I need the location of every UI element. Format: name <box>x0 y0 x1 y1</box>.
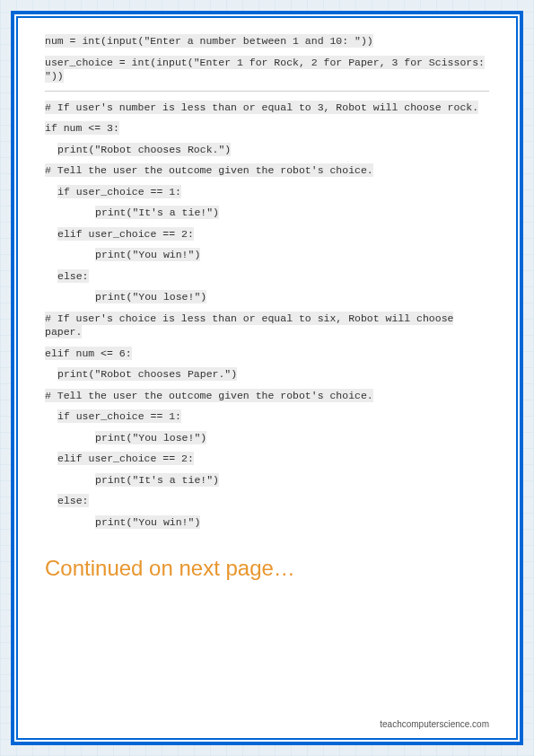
code-line: # If user's number is less than or equal… <box>45 101 478 114</box>
continued-heading: Continued on next page… <box>45 556 489 581</box>
code-line: user_choice = int(input("Enter 1 for Roc… <box>45 56 485 84</box>
footer-text: teachcomputerscience.com <box>380 719 489 729</box>
code-line: elif user_choice == 2: <box>57 452 194 465</box>
divider <box>45 91 489 92</box>
code-line: # If user's choice is less than or equal… <box>45 312 453 339</box>
page-content: num = int(input("Enter a number between … <box>16 16 518 740</box>
code-line: # Tell the user the outcome given the ro… <box>45 389 373 402</box>
code-line: print("You lose!") <box>95 431 206 444</box>
code-line: print("Robot chooses Paper.") <box>57 367 237 381</box>
code-block: num = int(input("Enter a number between … <box>45 34 489 529</box>
code-line: print("Robot chooses Rock.") <box>57 143 231 156</box>
code-line: else: <box>57 269 89 283</box>
code-line: print("You win!") <box>95 515 200 529</box>
code-line: print("You lose!") <box>95 290 206 303</box>
code-line: else: <box>57 494 89 507</box>
code-line: if user_choice == 1: <box>57 409 181 423</box>
code-line: if user_choice == 1: <box>57 185 181 198</box>
code-line: # Tell the user the outcome given the ro… <box>45 163 373 177</box>
code-line: print("It's a tie!") <box>95 473 219 487</box>
code-line: print("You win!") <box>95 248 200 261</box>
code-line: if num <= 3: <box>45 121 119 135</box>
code-line: num = int(input("Enter a number between … <box>45 34 373 48</box>
code-line: elif num <= 6: <box>45 347 132 360</box>
code-line: print("It's a tie!") <box>95 206 219 219</box>
code-line: elif user_choice == 2: <box>57 227 194 241</box>
